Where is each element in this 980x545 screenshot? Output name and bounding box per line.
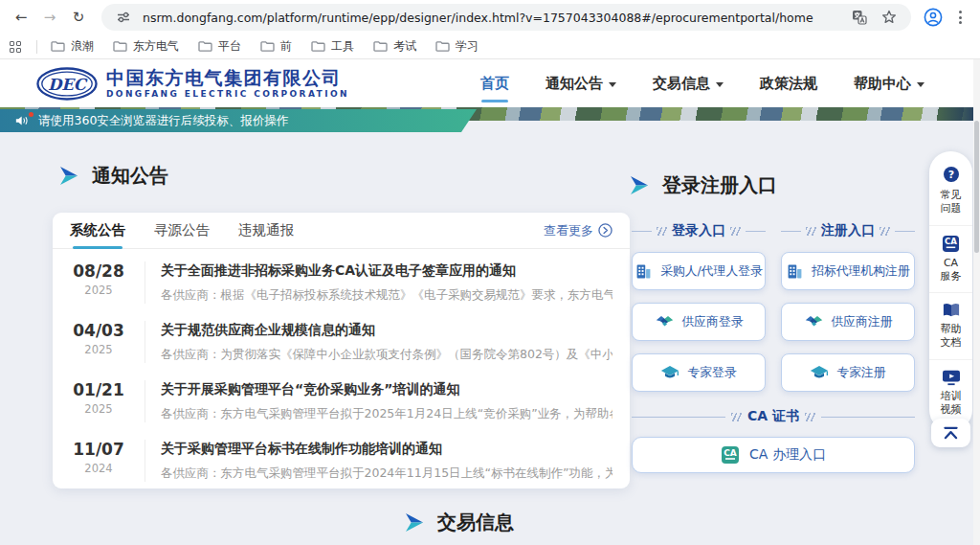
divider [36,40,37,54]
section-title-text: 交易信息 [437,510,514,535]
bookmark-folder[interactable]: 平台 [198,38,241,55]
sidebar-item-ca-service[interactable]: CA 服务 [929,225,972,293]
main-nav: 首页 通知公告 交易信息 政策法规 帮助中心 [480,69,924,99]
back-icon[interactable]: ← [10,6,33,29]
notice-title[interactable]: 关于规范供应商企业规模信息的通知 [161,322,612,339]
notice-date: 08/28 2025 [53,261,145,297]
notices-section-title: 通知公告 [59,163,168,189]
back-to-top-button[interactable] [931,419,970,447]
expert-login-button[interactable]: 专家登录 [632,353,766,392]
nav-item-notices[interactable]: 通知公告 [546,69,616,99]
book-icon [942,302,961,319]
building-icon [635,262,653,281]
button-label: 供应商注册 [832,314,893,330]
notice-title[interactable]: 关于开展采购管理平台“竞价采购业务”培训的通知 [161,381,612,398]
bookmark-label: 浪潮 [71,38,94,55]
profile-avatar-icon[interactable] [923,7,944,28]
bookmark-folder[interactable]: 学习 [435,38,479,55]
hatch-decor [880,227,890,236]
ca-badge-icon [721,445,740,465]
floating-help-sidebar: 常见 问题 CA 服务 帮助 文档 培训 视频 [929,151,972,431]
company-name-en: DONGFANG ELECTRIC CORPORATION [106,89,349,99]
browser-toolbar: ← → ↻ nsrm.dongfang.com/platform/runtime… [0,0,980,34]
folder-icon [373,40,388,53]
supplier-register-button[interactable]: 供应商注册 [781,303,915,341]
dec-oval-logo-icon [36,67,98,101]
notice-title[interactable]: 关于采购管理平台标书在线制作功能培训的通知 [161,441,612,458]
bookmark-folder[interactable]: 工具 [311,38,354,55]
purchaser-login-button[interactable]: 采购人/代理人登录 [632,252,766,290]
graduation-cap-icon [660,365,679,381]
sidebar-item-help-docs[interactable]: 帮助 文档 [929,292,972,359]
trade-section-title: 交易信息 [0,510,919,535]
view-more-label: 查看更多 [544,222,593,239]
tab-violation-reports[interactable]: 违规通报 [238,213,294,248]
register-group-label: 注册入口 [821,222,875,239]
login-section-title: 登录注册入口 [630,172,777,198]
company-logo[interactable]: 中国东方电气集团有限公司 DONGFANG ELECTRIC CORPORATI… [36,67,349,101]
reload-icon[interactable]: ↻ [67,6,90,29]
ca-card-icon [942,235,960,253]
hatch-decor [730,227,741,236]
bookmark-label: 工具 [331,38,354,55]
supplier-login-button[interactable]: 供应商登录 [632,303,766,341]
bookmark-star-icon[interactable] [879,7,900,28]
url-text[interactable]: nsrm.dongfang.com/platform/runtime/epp/d… [143,11,840,25]
handshake-icon [804,314,824,329]
register-group-header: 注册入口 [781,222,915,239]
scrollbar-thumb[interactable] [974,121,979,253]
sidebar-item-label: 培训 视频 [941,390,962,418]
notice-row[interactable]: 04/03 2025 关于规范供应商企业规模信息的通知 各供应商：为贯彻落实《保… [53,312,630,372]
nav-item-trade-info[interactable]: 交易信息 [653,69,724,99]
scroll-to-top-icon [942,425,960,441]
sidebar-item-training-videos[interactable]: 培训 视频 [929,359,972,426]
tab-sourcing-notices[interactable]: 寻源公告 [154,213,210,248]
section-arrow-icon [59,167,79,185]
expert-register-button[interactable]: 专家注册 [781,353,915,392]
bookmark-label: 平台 [218,38,241,55]
nav-label: 政策法规 [760,75,817,93]
sidebar-item-faq[interactable]: 常见 问题 [929,157,972,225]
notice-list: 08/28 2025 关于全面推进非招标采购业务CA认证及电子签章应用的通知 各… [53,249,630,490]
speaker-icon [15,115,30,126]
button-label: 招标代理机构注册 [812,263,909,280]
notice-row[interactable]: 11/07 2024 关于采购管理平台标书在线制作功能培训的通知 各供应商：东方… [53,431,630,490]
bookmark-folder[interactable]: 考试 [373,38,416,55]
browser-menu-icon[interactable] [949,11,970,24]
notice-row[interactable]: 01/21 2025 关于开展采购管理平台“竞价采购业务”培训的通知 各供应商：… [53,372,630,431]
view-more-link[interactable]: 查看更多 [544,222,612,239]
chevron-down-icon [917,82,924,87]
nav-label: 帮助中心 [854,75,911,93]
site-info-icon[interactable] [113,7,134,28]
tab-system-notices[interactable]: 系统公告 [70,213,125,248]
nav-item-home[interactable]: 首页 [480,69,509,99]
ca-apply-button[interactable]: CA 办理入口 [632,437,915,473]
bookmark-label: 学习 [456,38,479,55]
notice-date-md: 11/07 [53,440,145,459]
forward-icon[interactable]: → [38,6,61,29]
building-icon [786,262,804,281]
sidebar-item-label: 帮助 文档 [941,323,962,351]
bookmark-folder[interactable]: 前 [260,38,292,55]
bookmark-folder[interactable]: 浪潮 [51,38,94,55]
section-title-text: 登录注册入口 [662,172,777,198]
notice-date-md: 01/21 [53,380,145,399]
notice-row[interactable]: 08/28 2025 关于全面推进非招标采购业务CA认证及电子签章应用的通知 各… [53,253,630,312]
nav-label: 交易信息 [653,75,710,93]
login-group-header: 登录入口 [632,222,766,239]
sidebar-item-label: CA 服务 [941,257,962,284]
login-group-label: 登录入口 [672,222,725,239]
site-header: 中国东方电气集团有限公司 DONGFANG ELECTRIC CORPORATI… [0,59,980,107]
section-arrow-icon [630,176,650,194]
apps-grid-icon[interactable] [10,41,21,53]
page-scrollbar[interactable] [973,59,980,545]
translate-icon[interactable] [849,7,870,28]
agency-register-button[interactable]: 招标代理机构注册 [781,252,915,290]
address-bar[interactable]: nsrm.dongfang.com/platform/runtime/epp/d… [101,4,911,31]
bookmark-folder[interactable]: 东方电气 [113,38,179,55]
login-panel: 登录入口 注册入口 采购人/代理人登录 招标代理机构注册 供应商登录 供应商 [632,222,915,473]
nav-item-policies[interactable]: 政策法规 [760,69,817,99]
nav-item-help-center[interactable]: 帮助中心 [854,69,924,99]
section-arrow-icon [405,513,425,532]
notice-title[interactable]: 关于全面推进非招标采购业务CA认证及电子签章应用的通知 [161,262,612,280]
